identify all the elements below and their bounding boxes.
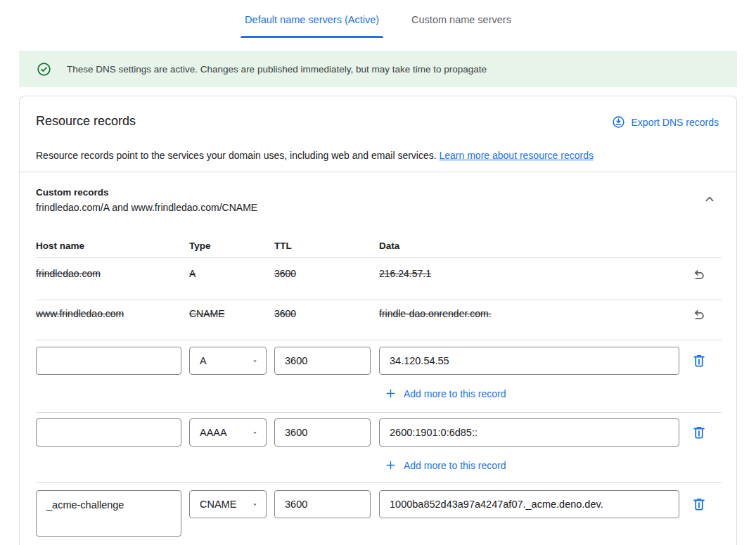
download-circle-icon [612, 115, 625, 129]
custom-records-title: Custom records [36, 187, 109, 198]
record-edit-row-aaaa: AAAA [20, 418, 736, 447]
data-input[interactable] [379, 347, 679, 375]
record-type-select[interactable]: A [189, 347, 267, 375]
active-tab-underline [241, 36, 383, 38]
chevron-up-icon [702, 191, 717, 207]
record-type-select[interactable]: CNAME [189, 490, 267, 518]
undo-icon [691, 308, 706, 323]
header-data: Data [379, 241, 679, 251]
delete-record-button[interactable] [691, 353, 707, 368]
data-input[interactable] [379, 418, 679, 447]
export-label: Export DNS records [632, 117, 719, 128]
add-more-to-record-button[interactable]: Add more to this record [385, 387, 506, 399]
dns-active-banner: These DNS settings are active. Changes a… [19, 51, 737, 87]
undo-delete-button[interactable] [689, 307, 707, 325]
trash-icon [691, 496, 707, 512]
divider [36, 340, 722, 340]
selected-type: CNAME [200, 499, 236, 510]
dns-settings-page: Default name servers (Active) Custom nam… [0, 0, 756, 545]
deleted-type: CNAME [189, 308, 267, 319]
host-name-input[interactable]: _acme-challenge [36, 490, 181, 537]
divider [36, 257, 722, 258]
check-circle-icon [37, 62, 51, 77]
record-edit-row-cname: _acme-challenge CNAME [20, 490, 736, 518]
page-title: Resource records [36, 114, 136, 129]
record-edit-row-a: A [20, 347, 736, 375]
table-header-row: Host name Type TTL Data [20, 241, 736, 253]
description-text: Resource records point to the services y… [36, 150, 437, 161]
trash-icon [691, 425, 707, 440]
table-row-deleted-cname-record: www.frindledao.com CNAME 3600 frindle-da… [20, 308, 736, 326]
tab-default-name-servers[interactable]: Default name servers (Active) [241, 11, 383, 39]
tab-custom-name-servers[interactable]: Custom name servers [407, 11, 515, 39]
tab-default-label: Default name servers (Active) [245, 14, 379, 25]
nameserver-tabs: Default name servers (Active) Custom nam… [0, 0, 756, 39]
host-name-input[interactable] [36, 347, 181, 375]
plus-icon [385, 459, 397, 471]
divider [36, 300, 722, 300]
host-name-input[interactable] [36, 418, 181, 447]
add-more-label: Add more to this record [404, 388, 506, 399]
caret-down-icon [251, 501, 259, 508]
header-ttl: TTL [274, 241, 371, 251]
header-type: Type [189, 241, 267, 251]
ttl-input[interactable] [274, 490, 371, 518]
export-dns-records-button[interactable]: Export DNS records [612, 115, 719, 129]
add-more-label: Add more to this record [404, 460, 506, 471]
collapse-section-button[interactable] [700, 190, 719, 208]
delete-record-button[interactable] [691, 425, 707, 440]
learn-more-link[interactable]: Learn more about resource records [440, 150, 594, 161]
header-host-name: Host name [36, 241, 181, 251]
undo-icon [691, 268, 706, 283]
divider [36, 412, 722, 413]
card-description: Resource records point to the services y… [36, 150, 594, 161]
trash-icon [691, 353, 707, 368]
deleted-ttl: 3600 [274, 268, 371, 279]
add-more-to-record-button[interactable]: Add more to this record [385, 459, 506, 471]
plus-icon [385, 387, 397, 399]
selected-type: A [200, 355, 207, 366]
record-type-select[interactable]: AAAA [189, 418, 267, 447]
undo-delete-button[interactable] [689, 267, 707, 285]
divider [36, 482, 722, 483]
table-row-deleted-a-record: frindledao.com A 3600 216.24.57.1 [20, 268, 736, 286]
deleted-host: www.frindledao.com [36, 308, 181, 319]
caret-down-icon [251, 357, 259, 365]
custom-records-subtitle: frindledao.com/A and www.frindledao.com/… [36, 202, 257, 213]
deleted-data: frindle-dao.onrender.com. [379, 308, 679, 319]
delete-record-button[interactable] [691, 496, 707, 512]
resource-records-card: Resource records Export DNS records Reso… [19, 96, 737, 545]
deleted-data: 216.24.57.1 [379, 268, 679, 279]
caret-down-icon [251, 429, 259, 437]
deleted-host: frindledao.com [36, 268, 181, 279]
card-divider [20, 172, 736, 172]
selected-type: AAAA [200, 427, 227, 438]
banner-message: These DNS settings are active. Changes a… [67, 64, 487, 75]
tab-custom-label: Custom name servers [411, 14, 511, 25]
ttl-input[interactable] [274, 347, 371, 375]
deleted-type: A [189, 268, 267, 279]
deleted-ttl: 3600 [274, 308, 371, 319]
ttl-input[interactable] [274, 418, 371, 447]
data-input[interactable] [379, 490, 679, 518]
